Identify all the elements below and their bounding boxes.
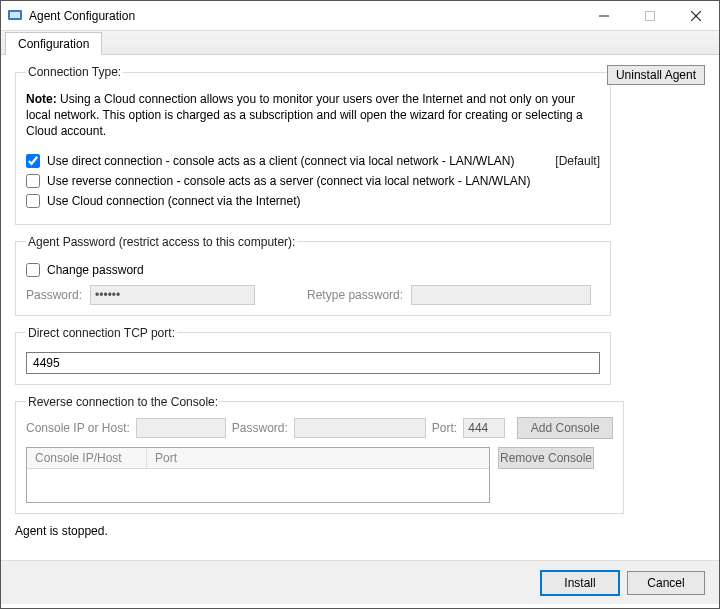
tcp-port-group: Direct connection TCP port: bbox=[15, 326, 611, 385]
retype-password-input bbox=[411, 285, 591, 305]
add-console-button: Add Console bbox=[517, 417, 613, 439]
table-header-port: Port bbox=[147, 448, 185, 468]
table-header-ip: Console IP/Host bbox=[27, 448, 147, 468]
change-password-label: Change password bbox=[47, 263, 144, 277]
note-text: Using a Cloud connection allows you to m… bbox=[26, 92, 583, 138]
console-ip-label: Console IP or Host: bbox=[26, 421, 130, 435]
default-tag: [Default] bbox=[555, 154, 600, 168]
console-table: Console IP/Host Port bbox=[26, 447, 490, 503]
reverse-port-input bbox=[463, 418, 505, 438]
svg-rect-3 bbox=[646, 11, 655, 20]
tcp-port-input[interactable] bbox=[26, 352, 600, 374]
tab-configuration[interactable]: Configuration bbox=[5, 32, 102, 55]
agent-password-group: Agent Password (restrict access to this … bbox=[15, 235, 611, 316]
agent-password-legend: Agent Password (restrict access to this … bbox=[26, 235, 297, 249]
svg-rect-1 bbox=[10, 12, 20, 18]
cancel-button[interactable]: Cancel bbox=[627, 571, 705, 595]
connection-type-legend: Connection Type: bbox=[26, 65, 123, 79]
reverse-password-input bbox=[294, 418, 426, 438]
reverse-password-label: Password: bbox=[232, 421, 288, 435]
uninstall-agent-button[interactable]: Uninstall Agent bbox=[607, 65, 705, 85]
minimize-button[interactable] bbox=[581, 1, 627, 30]
reverse-connection-legend: Reverse connection to the Console: bbox=[26, 395, 220, 409]
connection-type-group: Connection Type: Note: Using a Cloud con… bbox=[15, 65, 611, 225]
close-button[interactable] bbox=[673, 1, 719, 30]
window-title: Agent Configuration bbox=[29, 9, 581, 23]
password-input bbox=[90, 285, 255, 305]
cloud-connection-checkbox[interactable] bbox=[26, 194, 40, 208]
change-password-checkbox[interactable] bbox=[26, 263, 40, 277]
install-button[interactable]: Install bbox=[541, 571, 619, 595]
status-text: Agent is stopped. bbox=[15, 524, 705, 538]
remove-console-button: Remove Console bbox=[498, 447, 594, 469]
app-icon bbox=[7, 8, 23, 24]
reverse-port-label: Port: bbox=[432, 421, 457, 435]
reverse-connection-group: Reverse connection to the Console: Conso… bbox=[15, 395, 624, 514]
note-label: Note: bbox=[26, 92, 57, 106]
cloud-connection-label: Use Cloud connection (connect via the In… bbox=[47, 194, 300, 208]
direct-connection-label: Use direct connection - console acts as … bbox=[47, 154, 515, 168]
titlebar: Agent Configuration bbox=[1, 1, 719, 31]
footer: Install Cancel bbox=[1, 560, 719, 604]
console-ip-input bbox=[136, 418, 226, 438]
maximize-button[interactable] bbox=[627, 1, 673, 30]
tabstrip: Configuration bbox=[1, 31, 719, 55]
tcp-port-legend: Direct connection TCP port: bbox=[26, 326, 177, 340]
retype-password-label: Retype password: bbox=[307, 288, 403, 302]
reverse-connection-label: Use reverse connection - console acts as… bbox=[47, 174, 531, 188]
reverse-connection-checkbox[interactable] bbox=[26, 174, 40, 188]
direct-connection-checkbox[interactable] bbox=[26, 154, 40, 168]
password-label: Password: bbox=[26, 288, 82, 302]
